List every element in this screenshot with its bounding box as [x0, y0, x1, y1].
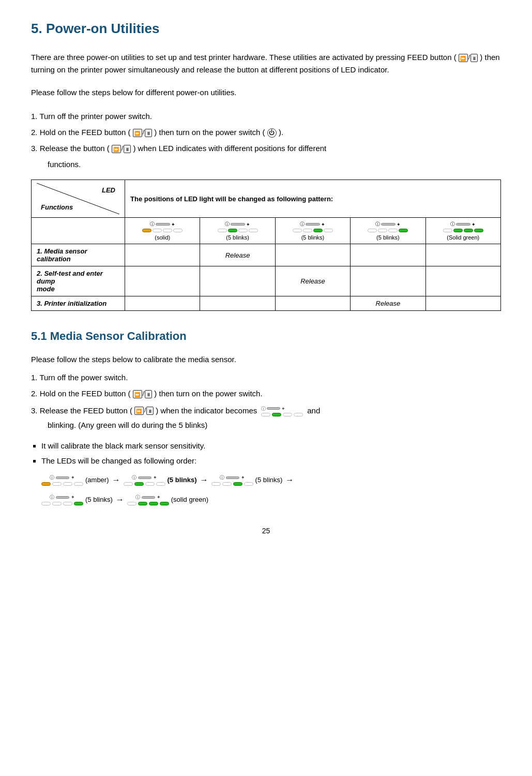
led-s3-p2 — [272, 413, 281, 416]
led-bar-s3 — [267, 407, 280, 410]
led-unit-4-row2 — [368, 229, 408, 232]
seq-item-3: ⓘ ✦ — [211, 474, 253, 486]
power-icon-1: ⏻ — [267, 128, 277, 138]
table-cell-1-3 — [275, 244, 350, 266]
seq-star-2: ✦ — [153, 474, 157, 482]
seq-pill-5-4 — [160, 502, 169, 505]
intro-paragraph-2: Please follow the steps below for differ… — [31, 86, 501, 99]
table-led-col-4: ⓘ ✦ (5 blinks) — [351, 218, 425, 244]
led-label-5blinks-2: (5 blinks) — [301, 234, 325, 241]
seq-pill-3-4 — [244, 482, 253, 486]
seq-item-4-top: ⓘ ✦ — [50, 494, 75, 501]
led-sequence-container: ⓘ ✦ (amber) → ⓘ ✦ — [41, 474, 501, 486]
table-cell-3-3 — [275, 296, 350, 311]
table-cell-2-3: Release — [275, 266, 350, 296]
seq-item-3-top: ⓘ ✦ — [220, 474, 245, 482]
seq-item-5: ⓘ ✦ — [127, 494, 169, 506]
led-s3-p4 — [294, 413, 303, 416]
bullet-item-1: It will calibrate the black mark sensor … — [41, 440, 501, 452]
sub-step2-text-b: ) then turn on the power switch. — [154, 389, 262, 398]
led-pill-green-2 — [228, 229, 237, 232]
step3-led-indicator: ⓘ ✦ — [261, 405, 303, 416]
bullet-list: It will calibrate the black mark sensor … — [41, 440, 501, 506]
led-pill-green-3 — [313, 229, 323, 232]
seq-label-2: (5 blinks) — [168, 475, 197, 485]
seq-pow-2: ⓘ — [132, 474, 136, 482]
led-unit-1: ⓘ ✦ (solid) — [130, 221, 194, 241]
arrow-3: → — [285, 474, 294, 486]
sub-intro-text: Please follow the steps below to calibra… — [31, 352, 501, 366]
led-sequence-row2: ⓘ ✦ (5 blinks) → ⓘ ✦ — [41, 494, 501, 506]
steps-list: 1. Turn off the printer power switch. 2.… — [31, 109, 501, 171]
sub-steps-list: Please follow the steps below to calibra… — [31, 352, 501, 432]
seq-pill-1-2 — [52, 482, 62, 486]
led-pill-off-2c — [249, 229, 258, 232]
step1-text: 1. Turn off the printer power switch. — [31, 109, 501, 123]
led-unit-2-row2 — [218, 229, 258, 232]
seq-label-4: (5 blinks) — [85, 495, 113, 505]
seq-item-1: ⓘ ✦ — [41, 474, 83, 486]
step2-text-a: 2. Hold on the FEED button ( — [31, 128, 131, 137]
led-unit-4-row1: ⓘ ✦ — [375, 221, 401, 228]
led-unit-3-row2 — [293, 229, 333, 232]
led-unit-1-row1: ⓘ ✦ — [150, 221, 175, 228]
seq-item-2: ⓘ ✦ — [124, 474, 165, 486]
led-unit-1-row2 — [142, 229, 183, 232]
seq-pill-5-2 — [138, 502, 147, 505]
led-unit-2-row1: ⓘ ✦ — [225, 221, 250, 228]
led-pill-amber-1 — [142, 229, 151, 232]
feed-button-icon-1: ⏩ / ⏸ — [459, 53, 478, 63]
led-pills-s3 — [261, 413, 303, 416]
seq-pow-4: ⓘ — [50, 494, 54, 501]
seq-label-1: (amber) — [85, 475, 109, 485]
feed-button-icon-3: ⏩ / ⏸ — [112, 143, 131, 155]
star-symbol-1: ✦ — [171, 222, 175, 227]
step2-text-c: ). — [279, 128, 283, 137]
table-cell-2-1 — [125, 266, 200, 296]
seq-pow-1: ⓘ — [50, 474, 54, 482]
sub-step2-text-a: 2. Hold on the FEED button ( — [31, 389, 131, 398]
power-on-utilities-table: LED Functions The positions of LED light… — [31, 180, 501, 311]
led-pill-off-3a — [293, 229, 302, 232]
intro-para2-text: Please follow the steps below for differ… — [31, 86, 501, 99]
table-cell-2-2 — [200, 266, 275, 296]
seq-item-2-top: ⓘ ✦ — [132, 474, 157, 482]
seq-item-1-pills — [41, 482, 83, 486]
seq-pill-5-1 — [127, 502, 136, 505]
table-cell-3-5 — [425, 296, 500, 311]
led-unit-2: ⓘ ✦ (5 blinks) — [205, 221, 269, 241]
table-header-col2: The positions of LED light will be chang… — [125, 180, 501, 218]
seq-bar-1 — [56, 476, 69, 479]
led-pill-off-2b — [238, 229, 248, 232]
seq-pill-4-1 — [41, 502, 51, 505]
led-unit-5-row1: ⓘ ✦ — [450, 221, 476, 228]
table-led-empty-cell — [32, 218, 125, 244]
arrow-4: → — [116, 494, 124, 506]
table-cell-1-2: Release — [200, 244, 275, 266]
step3-text-a: 3. Release the button ( — [31, 144, 110, 153]
seq-pill-2-2 — [134, 482, 144, 486]
bullet2-text: The LEDs will be changed as following or… — [41, 456, 196, 465]
table-fn-label-2: 2. Self-test and enter dumpmode — [32, 266, 125, 296]
page-number: 25 — [31, 527, 501, 535]
sub-step3-prefix: 3. Release the FEED button ( — [31, 405, 132, 417]
table-cell-1-5 — [425, 244, 500, 266]
intro-text-1a: There are three power-on utilities to se… — [31, 53, 457, 62]
section-title: 5. Power-on Utilities — [31, 21, 501, 39]
led-unit-5: ⓘ ✦ (Solid green) — [431, 221, 495, 241]
led-unit-5-row2 — [443, 229, 483, 232]
seq-star-1: ✦ — [71, 474, 75, 482]
sub-step2-text: 2. Hold on the FEED button ( ⏩ / ⏸ ) the… — [31, 386, 501, 400]
led-pill-off-1a — [153, 229, 162, 232]
intro-paragraph-1: There are three power-on utilities to se… — [31, 51, 501, 76]
seq-item-5-top: ⓘ ✦ — [135, 494, 161, 501]
bullet-item-2: The LEDs will be changed as following or… — [41, 455, 501, 506]
led-pill-green-4 — [399, 229, 408, 232]
sub-step3-mid: ) when the indicator becomes — [156, 405, 257, 417]
seq-pill-4-4 — [74, 502, 83, 505]
led-pill-off-1b — [163, 229, 172, 232]
seq-item-2-pills — [124, 482, 165, 486]
table-row-1: 1. Media sensor calibration Release — [32, 244, 501, 266]
table-fn-label-1: 1. Media sensor calibration — [32, 244, 125, 266]
step3-indent: functions. — [31, 157, 501, 171]
